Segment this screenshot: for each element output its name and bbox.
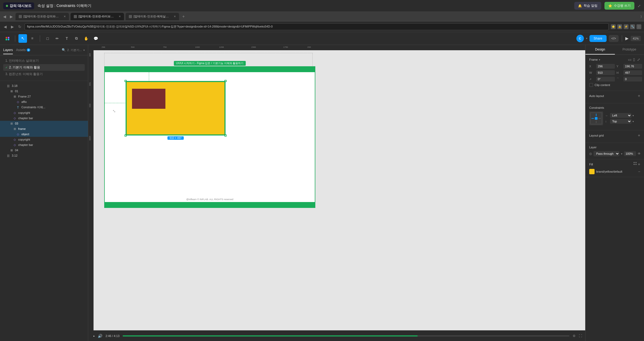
layers-tab[interactable]: Layers bbox=[3, 47, 13, 53]
layer-item-chapterbar2[interactable]: ◇ chapter bar bbox=[0, 142, 88, 148]
forward-button[interactable]: ▶ bbox=[9, 13, 14, 20]
text-tool-button[interactable]: T bbox=[63, 34, 71, 43]
layer-item-affix[interactable]: ◇ affix bbox=[0, 99, 88, 104]
alarm-button[interactable]: 🔔 학습 알림 bbox=[574, 2, 601, 10]
share-button[interactable]: Share bbox=[589, 35, 607, 42]
frame-label: UX/UI 시작하기 - Figma 입문 / 기본기능 이해와 활용하기 bbox=[174, 61, 246, 66]
review-button[interactable]: ⭐ 수강평 쓰기 bbox=[604, 2, 634, 10]
ruler-tick-1500: 1500 bbox=[251, 46, 256, 48]
fill-remove-button[interactable]: − bbox=[638, 169, 640, 174]
main-layout: Layers Assets ● 🔍 2. 기본기... ▾ 1. 인터메이스 살… bbox=[0, 45, 644, 341]
layer-item-04[interactable]: ⊞ 04 bbox=[0, 148, 88, 153]
volume-button[interactable]: 🔊 bbox=[98, 334, 102, 338]
portrait-frame-button[interactable]: ▭ bbox=[628, 57, 631, 62]
forward-nav-button[interactable]: ▶ bbox=[10, 24, 15, 30]
layout-grid-add-button[interactable]: + bbox=[638, 133, 640, 138]
layer-item-frame27[interactable]: ⊞ Frame 27 bbox=[0, 94, 88, 99]
zoom-level[interactable]: 41% bbox=[631, 36, 641, 41]
avatar-expand-button[interactable]: ▾ bbox=[586, 37, 587, 40]
component-icon-chapterbar1: ◇ bbox=[13, 116, 17, 120]
frame-tool-button[interactable]: ⌗ bbox=[28, 34, 37, 43]
refresh-button[interactable]: ↻ bbox=[17, 24, 22, 30]
browser-tab-1[interactable]: [업데이트-인프런-강의파일] UX... ✕ bbox=[15, 13, 69, 20]
comment-tool-button[interactable]: 💬 bbox=[91, 34, 100, 43]
browser-tab-2[interactable]: [업데이트-인프런-라이브러리] UX... ✕ bbox=[71, 13, 124, 20]
y-input[interactable] bbox=[623, 64, 642, 69]
layer-item-constraints[interactable]: T Constraints 이해... bbox=[0, 104, 88, 110]
extension-icon-3[interactable]: ⚡ bbox=[624, 24, 629, 29]
layer-item-copyright1[interactable]: ◇ copyright bbox=[0, 110, 88, 115]
dashboard-logo[interactable]: 강의 대시보드 bbox=[3, 2, 34, 9]
layer-item-03[interactable]: ⊞ 03 bbox=[0, 121, 88, 126]
assets-tab[interactable]: Assets ● bbox=[16, 47, 30, 53]
extension-icon-4[interactable]: 🔧 bbox=[630, 24, 635, 29]
code-view-button[interactable]: </> bbox=[609, 35, 619, 42]
handle-tl[interactable] bbox=[125, 80, 127, 82]
extension-icon-5[interactable]: ⋮ bbox=[637, 24, 641, 29]
fill-add-button[interactable]: + bbox=[638, 162, 640, 167]
back-button[interactable]: ◀ bbox=[2, 13, 7, 20]
handle-tr[interactable] bbox=[224, 80, 227, 82]
tab-close-2[interactable]: ✕ bbox=[119, 15, 121, 18]
hand-tool-button[interactable]: ✋ bbox=[82, 34, 90, 43]
main-menu-button[interactable] bbox=[3, 34, 12, 43]
tab-close-3[interactable]: ✕ bbox=[174, 15, 176, 18]
w-input[interactable] bbox=[596, 70, 615, 75]
constraints-grid[interactable] bbox=[589, 111, 603, 125]
layer-item-318[interactable]: ||| 3.18 bbox=[0, 83, 88, 88]
frame-dropdown-icon[interactable]: ▾ bbox=[599, 58, 600, 61]
h-input[interactable] bbox=[623, 70, 642, 75]
more-tabs-icon[interactable]: ⟩ bbox=[641, 15, 642, 18]
search-icon[interactable]: 🔍 bbox=[62, 48, 66, 52]
rectangle-tool-button[interactable]: □ bbox=[43, 34, 52, 43]
progress-bar[interactable] bbox=[123, 335, 569, 336]
tab-label-2: [업데이트-인프런-라이브러리] UX... bbox=[79, 14, 116, 18]
layer-item-312[interactable]: ||| 3.12 bbox=[0, 153, 88, 158]
layer-item-frame[interactable]: ⊞ frame bbox=[0, 126, 88, 131]
frame-size-icons: ▭ ▭ ⤢ bbox=[628, 57, 640, 62]
layer-item-object[interactable]: ◇ object bbox=[0, 131, 88, 137]
page-item-1[interactable]: 1. 인터메이스 살펴보기 bbox=[3, 57, 85, 64]
opacity-input[interactable] bbox=[624, 151, 636, 156]
handle-br[interactable] bbox=[224, 134, 227, 137]
handle-bl[interactable] bbox=[125, 134, 127, 137]
expand-icon[interactable]: ⤢ bbox=[638, 4, 641, 8]
url-input[interactable] bbox=[25, 23, 609, 30]
x-input[interactable] bbox=[596, 64, 615, 69]
design-tab[interactable]: Design bbox=[585, 45, 615, 55]
layer-item-chapterbar1[interactable]: ◇ chapter bar bbox=[0, 115, 88, 121]
move-tool-button[interactable]: ↖ bbox=[18, 34, 27, 43]
vertical-constraint-select[interactable]: Top Bottom Center Top and Bottom Scale bbox=[610, 119, 631, 124]
browser-tab-3[interactable]: [업데이트-인프런-예제실파일]... ✕ bbox=[126, 13, 179, 20]
fill-style-icon[interactable] bbox=[634, 162, 637, 165]
blend-mode-select[interactable]: Pass through Normal Darken Multiply Ligh… bbox=[593, 151, 619, 156]
visibility-button[interactable]: 👁 bbox=[638, 152, 641, 156]
breadcrumb-toggle[interactable]: ▾ bbox=[83, 49, 85, 52]
back-nav-button[interactable]: ◀ bbox=[3, 24, 8, 30]
new-tab-button[interactable]: + bbox=[181, 14, 186, 19]
main-frame[interactable]: UX/UI 시작하기 - Figma 입문 / 기본기능 이해와 활용하기 91… bbox=[104, 66, 315, 208]
pen-tool-button[interactable]: ✏ bbox=[53, 34, 61, 43]
play-button[interactable]: ▶ bbox=[625, 36, 629, 41]
page-item-3[interactable]: 3. 컴폰넌트 이해와 활용기 bbox=[3, 71, 85, 78]
layer-item-01[interactable]: ⊞ 01 bbox=[0, 88, 88, 94]
horizontal-constraint-select[interactable]: Left Right Center Left and Right Scale bbox=[610, 113, 631, 118]
extension-icon-2[interactable]: 🔒 bbox=[617, 24, 622, 29]
angle-input[interactable] bbox=[596, 77, 615, 82]
layer-item-copyright2[interactable]: ◇ copyright bbox=[0, 137, 88, 142]
canvas-area[interactable]: 296 500 750 1000 1206 1500 1750 200 186 … bbox=[88, 45, 585, 341]
prototype-tab[interactable]: Prototype bbox=[615, 45, 644, 55]
h-label: H bbox=[616, 71, 622, 74]
fill-color-swatch[interactable] bbox=[589, 169, 595, 174]
fullscreen-button[interactable]: ⛶ bbox=[579, 334, 582, 338]
corner-input[interactable] bbox=[623, 77, 642, 82]
settings-button[interactable]: ⚙ bbox=[573, 334, 576, 338]
auto-layout-add-button[interactable]: + bbox=[638, 94, 640, 98]
page-item-2[interactable]: ✓ 2. 기본기 이해와 활용 bbox=[3, 64, 85, 71]
landscape-frame-button[interactable]: ▭ bbox=[632, 58, 637, 61]
component-tool-button[interactable]: ⧉ bbox=[72, 34, 81, 43]
expand-frame-button[interactable]: ⤢ bbox=[637, 57, 640, 62]
extension-icon-1[interactable]: ⭐ bbox=[611, 24, 616, 29]
tab-close-1[interactable]: ✕ bbox=[64, 15, 66, 18]
clip-content-checkbox[interactable] bbox=[589, 83, 593, 87]
